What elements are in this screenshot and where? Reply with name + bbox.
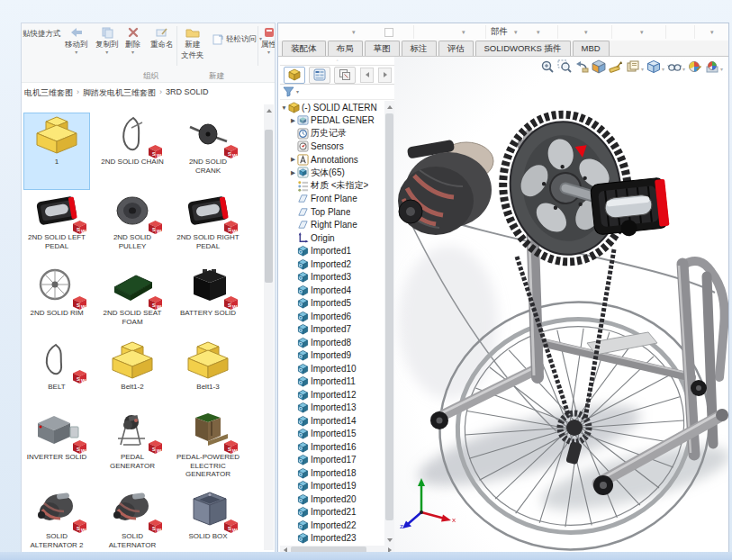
dynamic-annotation-views-button[interactable] <box>609 59 623 77</box>
file-item[interactable]: SW2ND SOLID RIGHT PEDAL <box>176 189 240 265</box>
file-item[interactable]: Belt1-3 <box>176 339 240 409</box>
tree-item-Imported8[interactable]: Imported8 <box>280 336 384 349</box>
graphics-viewport[interactable]: x z ▾▾▾▾ <box>394 57 728 554</box>
tree-item-Imported20[interactable]: Imported20 <box>280 492 384 506</box>
breadcrumb-segment[interactable]: 3RD SOLID <box>166 87 209 99</box>
tree-item-Imported1[interactable]: Imported1 <box>280 245 384 258</box>
file-item[interactable]: SW2ND SOLID CHAIN <box>100 113 165 189</box>
easy-access-button[interactable]: 轻松访问 ▾ <box>212 32 262 47</box>
hud-dropdown-caret[interactable]: ▾ <box>720 66 723 72</box>
toolbar-dropdown-button[interactable]: ▾ <box>640 29 644 36</box>
tree-filter[interactable]: ▾ <box>280 86 394 100</box>
tree-expander-icon[interactable]: ▶ <box>289 169 297 176</box>
tab-propertymanager[interactable] <box>309 67 330 84</box>
apply-scene-button[interactable]: ▾ <box>705 59 723 77</box>
tree-expander-icon[interactable]: ▶ <box>289 117 297 124</box>
copy-to-button[interactable]: 复制到 ▾ <box>95 24 119 55</box>
toolbar-dropdown-button[interactable]: ▾ <box>462 29 465 36</box>
paste-shortcut-button[interactable]: 贴快捷方式 <box>23 29 61 40</box>
view-orientation-button[interactable]: ▾ <box>626 59 644 77</box>
tree-item-Right-Plane[interactable]: Right Plane <box>280 219 384 232</box>
tree-item--[interactable]: 材质 <未指定> <box>280 179 384 193</box>
tree-item-Imported19[interactable]: Imported19 <box>280 480 384 493</box>
tree-item-Imported4[interactable]: Imported4 <box>280 284 384 297</box>
tree-item-Imported9[interactable]: Imported9 <box>280 349 384 363</box>
tree-scroll-down[interactable] <box>384 534 394 546</box>
file-item[interactable]: SWBATTERY SOLID <box>176 265 240 339</box>
tree-item--[interactable]: 历史记录 <box>280 127 384 140</box>
file-item[interactable]: 1 <box>24 113 89 189</box>
file-item[interactable]: SW2ND SOLID SEAT FOAM <box>100 265 165 339</box>
zoom-to-area-button[interactable] <box>557 59 572 77</box>
display-style-button[interactable]: ▾ <box>646 59 664 77</box>
properties-button[interactable]: 属性 ▾ <box>261 24 276 55</box>
tree-item-Imported10[interactable]: Imported10 <box>280 362 384 375</box>
tree-item-Imported12[interactable]: Imported12 <box>280 388 384 402</box>
tree-expander-icon[interactable]: ▼ <box>280 104 288 111</box>
breadcrumb-segment[interactable]: 脚踏发电机三维套图 <box>83 87 156 99</box>
tree-item-PEDAL-GENER[interactable]: ▶PEDAL GENER <box>280 114 384 128</box>
tab-configurationmanager[interactable] <box>334 67 356 84</box>
tree-item-Imported14[interactable]: Imported14 <box>280 414 384 428</box>
tree-item--(65)[interactable]: ▶实体(65) <box>280 167 384 180</box>
tree-item-Imported17[interactable]: Imported17 <box>280 454 384 467</box>
tree-item-Imported18[interactable]: Imported18 <box>280 466 384 480</box>
panel-pull-handle[interactable]: ◦ <box>280 57 394 66</box>
tree-item-Imported6[interactable]: Imported6 <box>280 310 384 323</box>
move-to-button[interactable]: 移动到 ▾ <box>65 24 88 55</box>
command-tab-标注[interactable]: 标注 <box>402 41 437 56</box>
tree-item-Imported16[interactable]: Imported16 <box>280 440 384 454</box>
tab-featuremanager[interactable] <box>284 67 305 84</box>
manager-tabs-scroll-left[interactable] <box>360 68 374 83</box>
new-folder-button[interactable]: 新建 文件夹 <box>181 24 204 61</box>
toolbar-dropdown-button[interactable]: ▾ <box>352 29 356 36</box>
command-tab-SOLIDWORKS 插件[interactable]: SOLIDWORKS 插件 <box>475 41 571 56</box>
command-tab-装配体[interactable]: 装配体 <box>282 41 326 56</box>
command-tab-草图[interactable]: 草图 <box>365 41 400 56</box>
breadcrumb-segment[interactable]: 电机三维套图 <box>24 87 73 99</box>
previous-view-button[interactable] <box>574 59 589 77</box>
explorer-scrollbar[interactable] <box>264 104 274 550</box>
hud-dropdown-caret[interactable]: ▾ <box>641 66 644 72</box>
tree-scroll-up[interactable] <box>384 101 394 113</box>
tree-item-Imported13[interactable]: Imported13 <box>280 402 384 415</box>
hud-dropdown-caret[interactable]: ▾ <box>662 66 664 72</box>
scrollbar-thumb[interactable] <box>265 130 273 283</box>
file-item[interactable]: SWSOLID BOX <box>176 488 240 550</box>
tree-item-Imported11[interactable]: Imported11 <box>280 375 384 389</box>
command-tab-MBD[interactable]: MBD <box>573 41 610 56</box>
toolbar-dropdown-button[interactable]: ▾ <box>710 29 714 36</box>
tree-vertical-scrollbar[interactable] <box>384 101 394 546</box>
tree-item-Imported3[interactable]: Imported3 <box>280 271 384 285</box>
section-view-button[interactable] <box>592 59 606 77</box>
tree-item-Sensors[interactable]: Sensors <box>280 140 384 154</box>
file-item[interactable]: SW2ND SOLID PULLEY <box>100 189 165 265</box>
zoom-to-fit-button[interactable] <box>540 59 555 77</box>
file-item[interactable]: SW2ND SOLID CRANK <box>176 113 240 189</box>
file-item[interactable]: SWPEDAL GENERATOR <box>100 409 165 488</box>
toolbar-dropdown-button[interactable]: ▾ <box>584 29 588 36</box>
hide-show-items-button[interactable]: ▾ <box>667 59 685 77</box>
tree-item-Imported7[interactable]: Imported7 <box>280 323 384 337</box>
tree-item-Imported22[interactable]: Imported22 <box>280 519 384 532</box>
file-item[interactable]: SW2ND SOLID LEFT PEDAL <box>24 189 89 265</box>
hud-dropdown-caret[interactable]: ▾ <box>682 66 685 72</box>
tree-item-Imported21[interactable]: Imported21 <box>280 506 384 519</box>
delete-button[interactable]: 删除 ▾ <box>125 24 140 55</box>
tree-scroll-thumb[interactable] <box>385 113 393 520</box>
tree-item-Top-Plane[interactable]: Top Plane <box>280 205 384 219</box>
tree-expander-icon[interactable]: ▶ <box>289 156 297 163</box>
tree-item-Imported5[interactable]: Imported5 <box>280 297 384 311</box>
viewport-3d-model[interactable]: x z <box>394 57 728 554</box>
tree-item-Imported15[interactable]: Imported15 <box>280 428 384 441</box>
command-tab-评估[interactable]: 评估 <box>438 41 474 56</box>
file-item[interactable]: SWINVERTER SOLID <box>24 409 89 488</box>
address-bar[interactable]: 电机三维套图›脚踏发电机三维套图›3RD SOLID <box>22 83 276 104</box>
file-item[interactable]: SWSOLID ALTERNATOR 2 <box>24 488 89 550</box>
command-tab-布局[interactable]: 布局 <box>328 41 363 56</box>
tree-item-Front-Plane[interactable]: Front Plane <box>280 193 384 206</box>
rename-button[interactable]: 重命名 <box>150 24 174 50</box>
manager-tabs-scroll-right[interactable] <box>378 68 392 83</box>
file-item[interactable]: SWSOLID ALTERNATOR <box>100 488 165 550</box>
toolbar-dropdown-button[interactable]: ▾ <box>514 29 518 36</box>
